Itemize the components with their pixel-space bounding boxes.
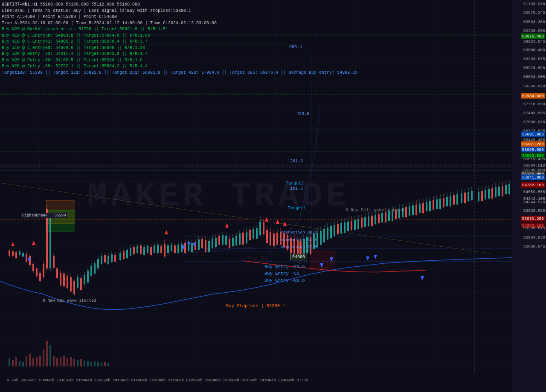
svg-rect-361 — [60, 357, 61, 366]
svg-rect-366 — [77, 360, 78, 366]
price-58348: 58348.920 — [523, 84, 545, 89]
price-60076: 60076.400 — [521, 33, 545, 39]
svg-rect-368 — [84, 360, 85, 366]
svg-rect-357 — [46, 341, 48, 366]
svg-rect-369 — [87, 361, 89, 366]
price-54559: 54559.555 — [523, 189, 545, 194]
price-59293: 59293.875 — [523, 57, 545, 61]
price-57718: 57718.950 — [523, 101, 545, 106]
price-59923: 59923.845 — [523, 39, 545, 43]
price-58978: 58978.890 — [523, 66, 545, 70]
svg-rect-374 — [104, 362, 106, 366]
svg-rect-365 — [73, 359, 75, 366]
svg-rect-363 — [67, 358, 68, 366]
price-57403: 57403.965 — [523, 110, 545, 115]
svg-rect-371 — [94, 361, 96, 366]
price-58663: 58663.905 — [523, 75, 545, 79]
svg-rect-359 — [53, 356, 55, 366]
time-14feb-07: 14 Feb 07:00 — [281, 378, 308, 383]
price-55819: 55819.495 — [523, 156, 545, 161]
svg-rect-354 — [36, 357, 38, 366]
svg-rect-372 — [97, 362, 99, 366]
svg-rect-375 — [107, 363, 109, 366]
svg-rect-367 — [80, 359, 82, 366]
price-56331: 56331.280 — [521, 141, 545, 147]
svg-rect-220 — [306, 237, 308, 253]
price-52984: 52984.630 — [523, 235, 545, 239]
svg-rect-362 — [63, 356, 65, 366]
price-55504: 55504.510 — [523, 163, 545, 168]
svg-rect-349 — [19, 361, 20, 366]
svg-rect-352 — [29, 354, 31, 366]
svg-rect-370 — [90, 362, 92, 366]
price-59608: 59608.460 — [523, 47, 545, 52]
svg-rect-346 — [9, 358, 10, 366]
svg-rect-351 — [26, 356, 27, 366]
price-60238: 60238.980 — [523, 28, 545, 33]
price-52668: 52668.645 — [523, 244, 545, 248]
price-60878: 60878.345 — [523, 10, 545, 15]
chart-svg — [0, 0, 526, 392]
svg-rect-356 — [43, 349, 44, 366]
price-55041: 55041.900 — [521, 174, 545, 180]
time-axis: 9 Feb 2024 9 Feb 15:00 9 Feb 23:00 10 Fe… — [0, 377, 526, 384]
svg-rect-218 — [303, 239, 305, 256]
price-axis: 61193.930 60878.345 60563.360 60238.980 … — [512, 0, 546, 392]
price-54244: 54244.570 — [523, 199, 545, 204]
price-53929: 53929.585 — [523, 208, 545, 213]
price-56691: 56691.000 — [521, 131, 545, 137]
svg-rect-360 — [56, 358, 58, 366]
svg-rect-358 — [49, 345, 51, 366]
svg-rect-373 — [101, 363, 102, 366]
chart-container: MAKER TRADE USDTIRT-Nbi.H1 55160.000 551… — [0, 0, 546, 392]
svg-rect-348 — [15, 357, 17, 366]
price-57984: 57984.600 — [521, 93, 545, 99]
price-57088: 57088.980 — [523, 120, 545, 124]
svg-rect-347 — [12, 360, 14, 366]
svg-rect-355 — [39, 356, 41, 366]
svg-rect-364 — [70, 357, 72, 366]
price-54782: 54782.100 — [521, 182, 545, 188]
svg-rect-350 — [22, 362, 24, 366]
price-53299: 53299.615 — [523, 226, 545, 231]
price-61193: 61193.930 — [523, 2, 545, 6]
price-56098: 56098.000 — [521, 147, 545, 153]
price-53630: 53630.200 — [521, 216, 545, 222]
svg-rect-353 — [32, 358, 34, 366]
price-60563: 60563.360 — [523, 19, 545, 24]
svg-rect-216 — [299, 241, 302, 260]
